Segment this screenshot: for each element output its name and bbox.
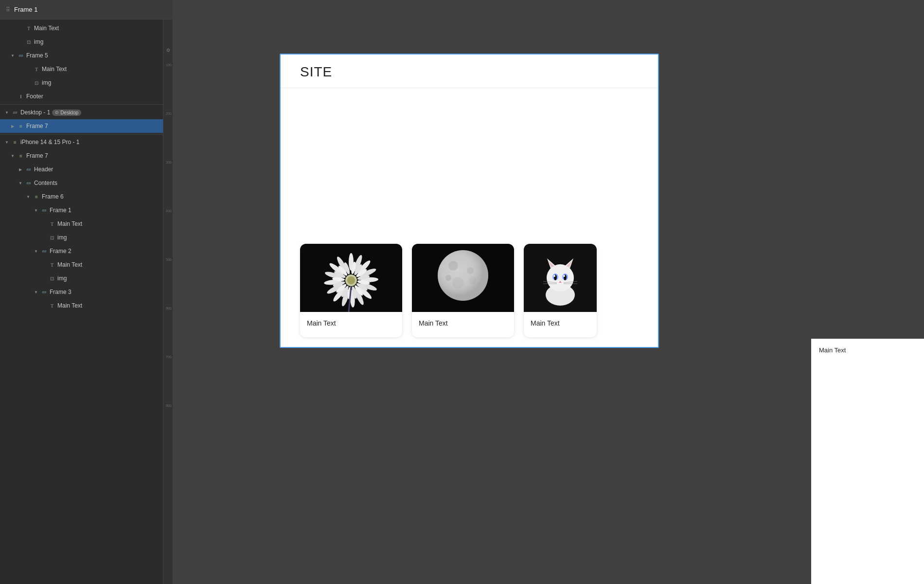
canvas-frame: SITE: [280, 54, 659, 348]
chevron-open: [4, 110, 10, 115]
component-icon: [18, 123, 24, 129]
layer-label: Frame 7: [26, 123, 48, 129]
ruler-mark-700: 700: [166, 355, 172, 359]
img-icon: [33, 79, 40, 86]
layer-frame5[interactable]: Frame 5: [0, 49, 173, 62]
flower-svg: [300, 244, 402, 312]
layer-label: Frame 1: [50, 207, 71, 214]
chevron-open: [33, 289, 39, 295]
img-icon: [49, 275, 55, 282]
layer-frame6[interactable]: Frame 6: [0, 190, 173, 203]
frame-icon: [25, 166, 32, 173]
chevron-open: [10, 53, 16, 58]
layer-frame1-inner[interactable]: Frame 1: [0, 203, 173, 217]
desktop-badge: Desktop: [52, 110, 81, 116]
frame-icon: [41, 207, 48, 214]
panel-title-bar: ⠿ Frame 1: [0, 0, 173, 19]
ruler-dot: [167, 49, 170, 52]
chevron-open: [25, 194, 31, 200]
ruler-mark-800: 800: [166, 404, 172, 407]
divider: [0, 104, 173, 105]
site-header: SITE: [281, 55, 658, 88]
chevron-closed: [18, 166, 23, 172]
ruler-mark-200: 200: [166, 112, 172, 115]
layer-label: Main Text: [57, 302, 82, 309]
site-title: SITE: [300, 64, 332, 79]
component-icon: [33, 193, 40, 200]
img-icon: [49, 234, 55, 241]
layer-label: Main Text: [34, 25, 59, 32]
card-2-body: Main Text: [412, 312, 514, 337]
svg-point-34: [347, 276, 355, 284]
ruler-mark-400: 400: [166, 209, 172, 213]
chevron-open: [10, 153, 16, 159]
text-icon: [49, 302, 55, 309]
svg-point-43: [438, 250, 488, 301]
layer-contents[interactable]: Contents: [0, 176, 173, 190]
ruler: 100 200 300 400 500 600 700 800: [163, 19, 173, 584]
ruler-mark-100: 100: [166, 63, 172, 67]
layer-img-2[interactable]: img: [0, 76, 173, 90]
right-panel-top: [811, 0, 924, 339]
ruler-mark-600: 600: [166, 307, 172, 310]
layer-frame7-iphone[interactable]: Frame 7: [0, 149, 173, 163]
text-icon: [49, 220, 55, 227]
chevron-open: [33, 207, 39, 213]
main-canvas[interactable]: SITE: [173, 0, 811, 584]
card-3-body: Main Text: [524, 312, 597, 337]
card-3-title: Main Text: [531, 319, 560, 327]
chevron-open: [4, 139, 10, 145]
site-white-area: [281, 88, 658, 234]
frame-icon: [41, 248, 48, 255]
layer-label: Desktop - 1: [20, 109, 50, 116]
layer-frame2[interactable]: Frame 2: [0, 244, 173, 258]
layer-label: Main Text: [57, 220, 82, 227]
left-panel: ⠿ Frame 1 Main Text img Frame 5 Main Tex…: [0, 0, 173, 584]
component-icon: [12, 139, 18, 146]
layer-label: img: [57, 275, 67, 282]
text-icon: [25, 25, 32, 32]
layer-img-1[interactable]: img: [0, 35, 173, 49]
layer-label: Contents: [34, 180, 57, 186]
layer-label: Frame 2: [50, 248, 71, 255]
layer-label: iPhone 14 & 15 Pro - 1: [20, 139, 79, 146]
layer-label: Main Text: [42, 66, 67, 73]
layer-img-3[interactable]: img: [0, 231, 173, 244]
text-icon: [49, 261, 55, 268]
layer-label: img: [42, 79, 51, 86]
frame-icon: [18, 52, 24, 59]
layer-tree[interactable]: Main Text img Frame 5 Main Text img: [0, 19, 173, 584]
svg-point-56: [563, 275, 565, 277]
layer-main-text-4[interactable]: Main Text: [0, 258, 173, 272]
frame-icon: [12, 109, 18, 116]
layer-label: img: [57, 234, 67, 241]
card-3[interactable]: Main Text: [524, 244, 597, 337]
layer-main-text-2[interactable]: Main Text: [0, 62, 173, 76]
kitten-svg: [524, 244, 597, 312]
layer-frame7-desktop[interactable]: Frame 7: [0, 119, 173, 133]
card-1[interactable]: Main Text: [300, 244, 402, 337]
svg-point-46: [547, 264, 574, 292]
frame-icon: [25, 180, 32, 186]
layer-main-text-3[interactable]: Main Text: [0, 217, 173, 231]
right-main-text-label: Main Text: [819, 347, 916, 354]
layer-desktop-1[interactable]: Desktop - 1 Desktop: [0, 106, 173, 119]
ruler-mark-300: 300: [166, 161, 172, 164]
layer-header[interactable]: Header: [0, 163, 173, 176]
card-2[interactable]: Main Text: [412, 244, 514, 337]
card-1-image: [300, 244, 402, 312]
component-icon: [18, 152, 24, 159]
layer-label: Frame 3: [50, 289, 71, 295]
layer-img-4[interactable]: img: [0, 272, 173, 285]
drag-icon: ⠿: [6, 6, 10, 13]
layer-main-text-1[interactable]: Main Text: [0, 21, 173, 35]
layer-main-text-5[interactable]: Main Text: [0, 299, 173, 312]
card-1-body: Main Text: [300, 312, 402, 337]
img-icon: [25, 38, 32, 45]
right-panel: Main Text: [811, 0, 924, 584]
card-1-title: Main Text: [307, 319, 336, 327]
layer-footer[interactable]: Footer: [0, 90, 173, 103]
layer-label: img: [34, 38, 43, 45]
layer-iphone-1[interactable]: iPhone 14 & 15 Pro - 1: [0, 135, 173, 149]
layer-frame3[interactable]: Frame 3: [0, 285, 173, 299]
